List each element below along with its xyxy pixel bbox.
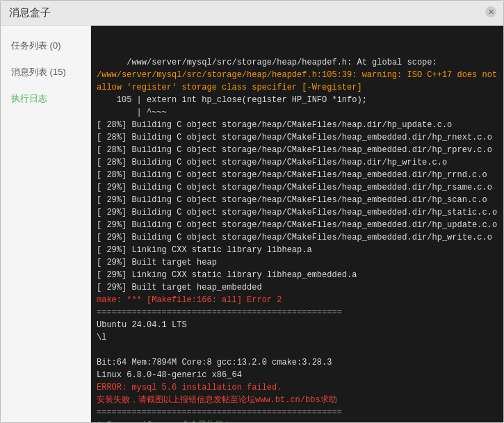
terminal-line-3: | ^~~~: [97, 108, 167, 117]
terminal-line-25: ERROR: mysql 5.6 installation failed.: [97, 383, 282, 392]
terminal-line-21: \l: [97, 333, 106, 342]
terminal-line-23: Bit:64 Mem:7894M Core:8 gcc:13.2.0 cmake…: [97, 358, 332, 367]
window-title: 消息盒子: [9, 6, 51, 19]
terminal-line-6: [ 28%] Building C object storage/heap/CM…: [97, 145, 492, 155]
terminal-line-28: |-Successify --- 命令已执行！---: [97, 420, 247, 422]
terminal-line-7: [ 28%] Building C object storage/heap/CM…: [97, 158, 447, 167]
terminal-line-20: Ubuntu 24.04.1 LTS: [97, 320, 187, 330]
terminal-line-14: [ 29%] Linking CXX static library libhea…: [97, 245, 312, 255]
close-button[interactable]: ✕: [485, 6, 496, 17]
terminal-line-18: make: *** [Makefile:166: all] Error 2: [97, 295, 282, 305]
sidebar-item-2[interactable]: 执行日志: [1, 85, 90, 112]
terminal-line-16: [ 29%] Linking CXX static library libhea…: [97, 270, 357, 280]
terminal-line-2: 105 | extern int hp_close(register HP_IN…: [97, 95, 367, 105]
terminal-line-24: Linux 6.8.0-48-generic x86_64: [97, 370, 242, 380]
terminal-output: /www/server/mysql/src/storage/heap/heapd…: [97, 31, 498, 422]
title-bar: 消息盒子 ✕: [1, 1, 503, 26]
terminal-line-5: [ 28%] Building C object storage/heap/CM…: [97, 133, 492, 142]
terminal-line-26: 安装失败，请截图以上报错信息发帖至论坛www.bt.cn/bbs求助: [97, 395, 337, 405]
terminal-line-12: [ 29%] Building C object storage/heap/CM…: [97, 220, 497, 230]
sidebar: 任务列表 (0)消息列表 (15)执行日志: [1, 26, 91, 422]
terminal-line-0: /www/server/mysql/src/storage/heap/heapd…: [127, 58, 437, 67]
message-box-window: 消息盒子 ✕ 任务列表 (0)消息列表 (15)执行日志 /www/server…: [0, 0, 504, 423]
terminal-panel[interactable]: /www/server/mysql/src/storage/heap/heapd…: [91, 26, 503, 422]
content-area: 任务列表 (0)消息列表 (15)执行日志 /www/server/mysql/…: [1, 26, 503, 422]
terminal-line-27: ========================================…: [97, 408, 342, 417]
terminal-line-1: /www/server/mysql/src/storage/heap/heapd…: [97, 70, 502, 92]
sidebar-item-0[interactable]: 任务列表 (0): [1, 33, 90, 59]
sidebar-item-1[interactable]: 消息列表 (15): [1, 59, 90, 85]
terminal-line-10: [ 29%] Building C object storage/heap/CM…: [97, 195, 487, 205]
terminal-line-9: [ 29%] Building C object storage/heap/CM…: [97, 183, 492, 192]
terminal-line-15: [ 29%] Built target heap: [97, 258, 217, 267]
terminal-line-19: ========================================…: [97, 308, 342, 317]
terminal-line-17: [ 29%] Built target heap_embedded: [97, 283, 262, 292]
terminal-line-4: [ 28%] Building C object storage/heap/CM…: [97, 120, 452, 130]
terminal-line-8: [ 28%] Building C object storage/heap/CM…: [97, 170, 487, 180]
terminal-line-11: [ 29%] Building C object storage/heap/CM…: [97, 208, 497, 217]
terminal-line-13: [ 29%] Building C object storage/heap/CM…: [97, 233, 492, 242]
